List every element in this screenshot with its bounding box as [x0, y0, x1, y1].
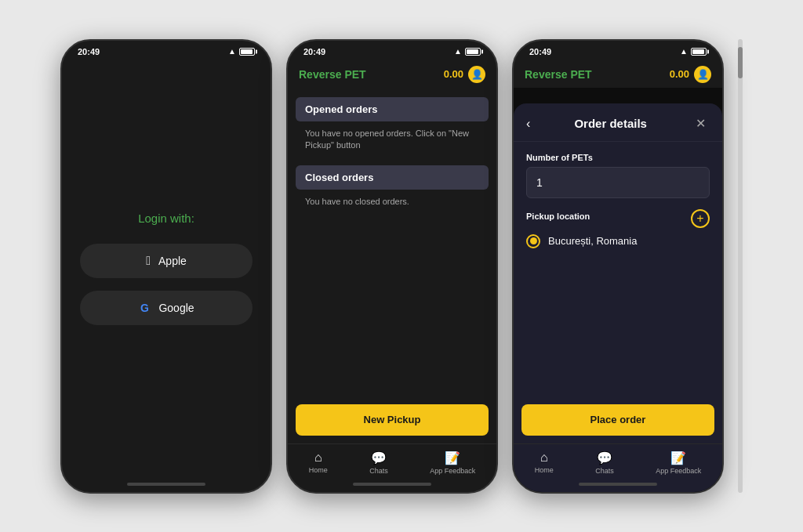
header-right-3: 0.00 👤 [670, 66, 711, 83]
apple-icon:  [146, 255, 151, 267]
login-screen: Login with:  Apple G Google [62, 60, 271, 478]
nav-chats-2[interactable]: 💬 Chats [369, 451, 388, 475]
pickup-location-field: Pickup location + București, Romania [526, 209, 710, 255]
app-title-3: Reverse PET [525, 68, 592, 81]
opened-orders-body: You have no opened orders. Click on "New… [296, 121, 489, 158]
modal-body: Number of PETs Pickup location + Bucureș… [514, 142, 722, 396]
home-icon-3: ⌂ [540, 451, 548, 465]
pets-field-label: Number of PETs [526, 153, 710, 162]
nav-home-2[interactable]: ⌂ Home [309, 451, 328, 474]
status-icons-3: ▲ [680, 47, 707, 56]
app-header-3: Reverse PET 0.00 👤 [514, 60, 722, 89]
opened-orders-section: Opened orders You have no opened orders.… [296, 97, 489, 158]
scrollbar-thumb[interactable] [738, 47, 743, 78]
login-title: Login with: [138, 212, 194, 225]
nav-chats-label-3: Chats [595, 467, 614, 475]
chats-icon-3: 💬 [597, 451, 612, 465]
user-avatar-3[interactable]: 👤 [694, 66, 711, 83]
nav-home-label-2: Home [309, 466, 328, 474]
pickup-location-header: Pickup location + [526, 209, 710, 228]
modal-back-button[interactable]: ‹ [526, 117, 530, 131]
app-header-2: Reverse PET 0.00 👤 [288, 60, 496, 89]
page-scrollbar[interactable] [738, 39, 743, 493]
home-icon-2: ⌂ [314, 451, 322, 465]
wifi-icon: ▲ [228, 47, 236, 56]
modal-title: Order details [574, 117, 647, 130]
modal-header: ‹ Order details ✕ [514, 103, 722, 142]
bottom-nav-3: ⌂ Home 💬 Chats 📝 App Feedback [514, 443, 722, 478]
nav-feedback-label-3: App Feedback [656, 467, 701, 475]
modal-close-button[interactable]: ✕ [691, 114, 710, 133]
nav-feedback-2[interactable]: 📝 App Feedback [430, 451, 475, 475]
pets-input[interactable] [526, 167, 710, 198]
google-icon: G [138, 302, 151, 314]
user-avatar-2[interactable]: 👤 [468, 66, 485, 83]
home-indicator-1 [127, 483, 205, 486]
battery-icon-2 [465, 48, 481, 56]
feedback-icon-3: 📝 [670, 451, 686, 465]
location-text: București, Romania [548, 235, 637, 247]
add-location-button[interactable]: + [691, 209, 710, 228]
nav-home-3[interactable]: ⌂ Home [535, 451, 554, 474]
bottom-nav-2: ⌂ Home 💬 Chats 📝 App Feedback [288, 443, 496, 478]
status-icons-2: ▲ [454, 47, 481, 56]
battery-icon [239, 48, 255, 56]
status-bar-1: 20:49 ▲ [62, 41, 271, 60]
place-order-area: Place order [514, 396, 722, 443]
wifi-icon-3: ▲ [680, 47, 688, 56]
google-btn-label: Google [158, 302, 194, 314]
nav-home-label-3: Home [535, 466, 554, 474]
status-icons-1: ▲ [228, 47, 255, 56]
closed-orders-section: Closed orders You have no closed orders. [296, 165, 489, 214]
app-title-2: Reverse PET [299, 68, 366, 81]
radio-button[interactable] [526, 234, 540, 248]
location-item[interactable]: București, Romania [526, 228, 710, 255]
time-3: 20:49 [529, 47, 551, 56]
radio-dot-inner [530, 237, 537, 244]
chats-icon-2: 💬 [371, 451, 387, 465]
balance-3: 0.00 [670, 68, 689, 80]
time-2: 20:49 [303, 47, 325, 56]
header-right-2: 0.00 👤 [444, 66, 485, 83]
status-bar-3: 20:49 ▲ [514, 41, 722, 60]
new-pickup-button[interactable]: New Pickup [296, 404, 489, 436]
phone-login: 20:49 ▲ Login with:  Apple G Google [60, 39, 272, 494]
order-details-modal: ‹ Order details ✕ Number of PETs Pickup … [514, 103, 722, 492]
phone-orders: 20:49 ▲ Reverse PET 0.00 👤 Opened orders… [286, 39, 498, 494]
home-indicator-2 [353, 483, 431, 486]
status-bar-2: 20:49 ▲ [288, 41, 496, 60]
nav-feedback-3[interactable]: 📝 App Feedback [656, 451, 701, 475]
nav-chats-3[interactable]: 💬 Chats [595, 451, 614, 475]
home-indicator-3 [579, 483, 657, 486]
battery-icon-3 [691, 48, 707, 56]
time-1: 20:49 [78, 47, 100, 56]
login-content: Login with:  Apple G Google [62, 60, 271, 478]
new-pickup-area: New Pickup [288, 396, 496, 443]
wifi-icon-2: ▲ [454, 47, 462, 56]
google-login-button[interactable]: G Google [80, 291, 253, 325]
apple-login-button[interactable]:  Apple [80, 244, 253, 278]
pets-field: Number of PETs [526, 153, 710, 198]
closed-orders-header: Closed orders [296, 165, 489, 190]
pickup-location-label: Pickup location [526, 212, 590, 221]
place-order-button[interactable]: Place order [521, 404, 714, 436]
nav-feedback-label-2: App Feedback [430, 467, 475, 475]
closed-orders-body: You have no closed orders. [296, 190, 489, 214]
balance-2: 0.00 [444, 68, 463, 80]
orders-content: Opened orders You have no opened orders.… [288, 89, 496, 396]
nav-chats-label-2: Chats [369, 467, 388, 475]
phone-order-details: 20:49 ▲ Reverse PET 0.00 👤 ‹ Order detai… [512, 39, 724, 494]
opened-orders-header: Opened orders [296, 97, 489, 121]
feedback-icon-2: 📝 [445, 451, 460, 465]
apple-btn-label: Apple [158, 255, 187, 267]
